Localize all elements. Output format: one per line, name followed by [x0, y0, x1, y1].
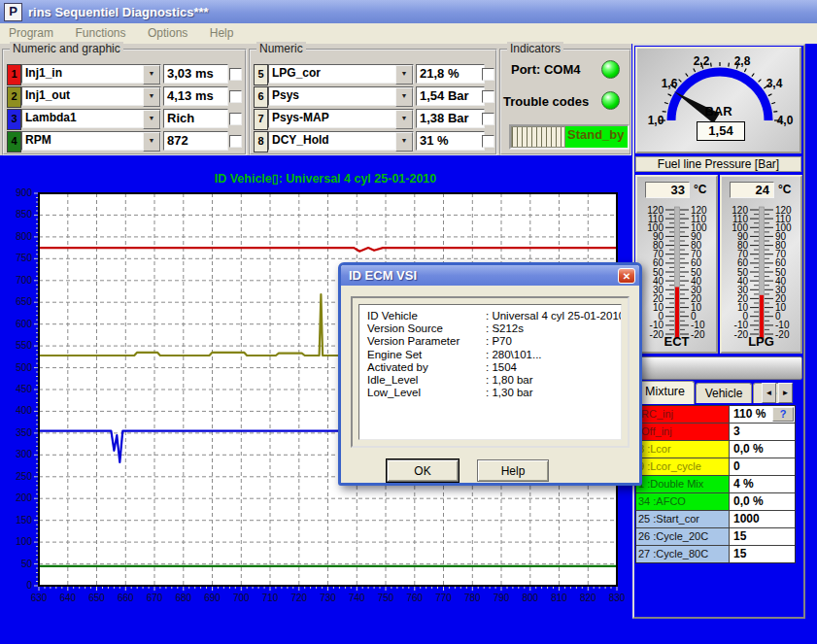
svg-text:700: 700 — [233, 593, 250, 603]
svg-text:800: 800 — [16, 231, 32, 242]
channel-2-checkbox[interactable] — [229, 90, 242, 103]
dialog-frame: ID Vehicle: Universal 4 cyl 25-01-2010Ve… — [351, 296, 630, 448]
gauge-tick-label: 2,2 — [694, 54, 710, 68]
gauge-caption: Fuel line Pressure [Bar] — [635, 156, 801, 172]
control-strip: Numeric and graphic 1Inj1_in▼3,03 ms2Inj… — [0, 44, 631, 155]
dropdown-arrow-icon[interactable]: ▼ — [143, 110, 160, 129]
ok-button[interactable]: OK — [387, 459, 459, 482]
table-row: :RC_inj110 %? — [636, 406, 795, 424]
svg-text:850: 850 — [16, 209, 32, 220]
channel-6-checkbox[interactable] — [482, 90, 494, 103]
dialog-field: Idle_Level: 1,80 bar — [367, 374, 621, 387]
tab-scroll-right-icon[interactable]: ► — [778, 383, 793, 403]
channel-7-chip: 7 — [254, 109, 268, 130]
dialog-title: ID ECM VSI — [341, 265, 639, 286]
channel-5-checkbox[interactable] — [482, 68, 494, 81]
table-row: :Off_inj3 — [636, 424, 795, 441]
dropdown-arrow-icon[interactable]: ▼ — [143, 132, 160, 152]
dropdown-arrow-icon[interactable]: ▼ — [395, 132, 413, 152]
svg-text:100: 100 — [16, 536, 32, 547]
svg-text:720: 720 — [290, 593, 307, 603]
dialog-body: ID Vehicle: Universal 4 cyl 25-01-2010Ve… — [341, 286, 639, 483]
tab-scroll-left-icon[interactable]: ◄ — [762, 383, 776, 403]
channel-8-select[interactable]: DCY_Hold▼ — [268, 131, 414, 151]
dialog-field: Version Source: S212s — [367, 322, 621, 335]
menu-item-program[interactable]: Program — [0, 23, 62, 40]
dropdown-arrow-icon[interactable]: ▼ — [143, 65, 160, 85]
channel-4-checkbox[interactable] — [229, 135, 242, 148]
thermo-scale: 1201201101101001009090808070706060505040… — [637, 202, 716, 350]
channel-7-value: 1,38 Bar — [416, 109, 485, 128]
window-title: rins Sequentiel Diagnostics*** — [28, 5, 209, 19]
table-row: 1 :Double Mix4 % — [636, 476, 795, 493]
dropdown-arrow-icon[interactable]: ▼ — [395, 110, 413, 129]
menu-item-options[interactable]: Options — [139, 23, 196, 40]
svg-text:690: 690 — [204, 593, 221, 603]
gauge-unit-label: BAR — [637, 104, 800, 119]
svg-text:680: 680 — [175, 593, 191, 603]
tab-mixture[interactable]: Mixture — [635, 381, 695, 404]
channel-7-checkbox[interactable] — [482, 113, 494, 125]
param-value: 4 % — [730, 476, 795, 492]
menu-item-functions[interactable]: Functions — [66, 23, 134, 40]
svg-text:650: 650 — [16, 296, 32, 307]
svg-text:780: 780 — [464, 593, 481, 603]
close-icon[interactable]: ✕ — [618, 268, 635, 284]
thermo-value: 24 — [730, 182, 774, 198]
dialog-field-list: ID Vehicle: Universal 4 cyl 25-01-2010Ve… — [358, 304, 622, 440]
channel-2-select[interactable]: Inj1_out▼ — [21, 86, 161, 106]
svg-text:400: 400 — [16, 405, 32, 416]
app-icon: P — [4, 3, 22, 21]
channel-4-select[interactable]: RPM▼ — [21, 131, 161, 151]
menu-item-help[interactable]: Help — [201, 23, 243, 40]
svg-text:450: 450 — [16, 384, 32, 394]
dialog-id-ecm-vsi: ID ECM VSI ✕ ID Vehicle: Universal 4 cyl… — [338, 262, 642, 486]
param-value: 0,0 % — [730, 493, 795, 510]
channel-6-select[interactable]: Psys▼ — [268, 86, 414, 106]
svg-text:710: 710 — [262, 593, 279, 603]
channel-3-chip: 3 — [7, 109, 21, 130]
group-numeric-graphic: Numeric and graphic 1Inj1_in▼3,03 ms2Inj… — [2, 49, 247, 155]
table-row: 9 :Lcor_cycle0 — [636, 458, 795, 476]
dialog-field: ID Vehicle: Universal 4 cyl 25-01-2010 — [367, 310, 621, 322]
port-label: Port: COM4 — [511, 62, 581, 77]
tab-vehicle[interactable]: Vehicle — [696, 383, 752, 403]
channel-4-chip: 4 — [7, 131, 21, 153]
help-button[interactable]: Help — [477, 459, 549, 482]
trouble-codes-label: Trouble codes — [503, 94, 589, 109]
param-value: 1000 — [730, 511, 795, 527]
channel-3-name: Lambda1 — [25, 111, 77, 124]
group-label: Indicators — [507, 42, 563, 55]
dropdown-arrow-icon[interactable]: ▼ — [395, 65, 413, 85]
channel-3-checkbox[interactable] — [229, 113, 242, 125]
param-label: 34 :AFCO — [636, 493, 730, 510]
dropdown-arrow-icon[interactable]: ▼ — [143, 87, 160, 107]
dropdown-arrow-icon[interactable]: ▼ — [395, 87, 413, 107]
channel-1-name: Inj1_in — [25, 66, 62, 80]
gauge-value: 1,54 — [697, 121, 745, 141]
channel-1-select[interactable]: Inj1_in▼ — [21, 64, 161, 84]
channel-1-checkbox[interactable] — [229, 68, 242, 81]
svg-text:700: 700 — [16, 275, 32, 286]
gauge-tick-label: 2,8 — [734, 54, 751, 68]
table-row: 27 :Cycle_80C15 — [636, 546, 795, 562]
svg-text:790: 790 — [494, 593, 510, 603]
dialog-field: Low_Level: 1,30 bar — [367, 387, 621, 399]
svg-text:820: 820 — [580, 593, 596, 603]
svg-text:0: 0 — [26, 580, 32, 591]
channel-5-select[interactable]: LPG_cor▼ — [268, 64, 414, 84]
table-row: 26 :Cycle_20C15 — [636, 528, 795, 546]
svg-text:500: 500 — [16, 362, 32, 373]
channel-7-select[interactable]: Psys-MAP▼ — [268, 109, 414, 128]
param-label: 1 :Double Mix — [636, 476, 730, 492]
param-value: 15 — [730, 528, 795, 545]
channel-8-checkbox[interactable] — [482, 135, 494, 148]
channel-8-name: DCY_Hold — [272, 133, 329, 147]
channel-3-select[interactable]: Lambda1▼ — [21, 109, 161, 128]
channel-1-value: 3,03 ms — [163, 64, 228, 84]
y-axis-labels: 0501001502002503003504004505005506006507… — [16, 187, 32, 591]
help-icon[interactable]: ? — [772, 407, 794, 422]
title-bar: P rins Sequentiel Diagnostics*** — [0, 0, 817, 23]
param-label: 27 :Cycle_80C — [636, 546, 730, 562]
svg-text:900: 900 — [16, 187, 32, 198]
